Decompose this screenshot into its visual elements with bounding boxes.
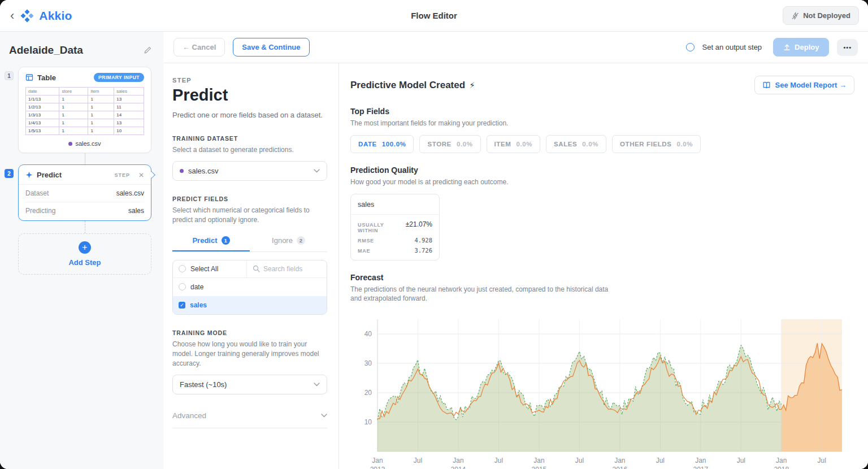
chip-value: 0.0% xyxy=(677,141,693,147)
cancel-button[interactable]: ← Cancel xyxy=(173,38,225,57)
predicting-row-value: sales xyxy=(128,207,144,215)
akkio-logo-icon[interactable] xyxy=(20,8,34,23)
predict-sparkle-icon xyxy=(25,171,33,179)
predict-step-card[interactable]: Predict STEP ✕ Dataset sales.csv Predict… xyxy=(18,164,151,221)
training-dataset-select[interactable]: sales.csv xyxy=(172,161,327,181)
preview-cell: 10 xyxy=(114,127,144,135)
training-dataset-value: sales.csv xyxy=(188,167,218,175)
svg-text:Jul: Jul xyxy=(575,457,584,464)
see-model-report-button[interactable]: See Model Report → xyxy=(754,76,854,94)
dataset-dot-icon xyxy=(68,142,72,146)
chip-name: DATE xyxy=(358,141,377,147)
tab-predict[interactable]: Predict 1 xyxy=(172,232,250,251)
field-option-date[interactable]: date xyxy=(173,278,327,296)
preview-cell: 1 xyxy=(59,95,88,103)
set-output-step-radio[interactable] xyxy=(686,43,695,51)
plus-icon: + xyxy=(79,241,91,254)
preview-cell: 1 xyxy=(88,127,114,135)
checkbox-unchecked-icon xyxy=(179,265,186,272)
results-title: Predictive Model Created ⚡ xyxy=(350,80,475,91)
back-chevron-icon[interactable]: ‹ xyxy=(9,10,15,22)
preview-row: 1/1/131113 xyxy=(26,95,144,103)
training-mode-select[interactable]: Fastest (~10s) xyxy=(172,375,327,394)
deploy-button[interactable]: Deploy xyxy=(773,38,829,57)
preview-row: 1/3/131114 xyxy=(26,111,144,119)
save-continue-button[interactable]: Save & Continue xyxy=(233,38,309,57)
report-button-label: See Model Report → xyxy=(775,81,847,89)
field-importance-chip-store[interactable]: STORE0.0% xyxy=(419,135,480,153)
svg-text:10: 10 xyxy=(364,418,372,426)
quality-card: sales USUALLY WITHIN ±21.07% RMSE 4.928 … xyxy=(350,194,440,260)
set-output-step-label[interactable]: Set an output step xyxy=(702,43,762,51)
preview-cell: 1 xyxy=(88,95,114,103)
chip-name: ITEM xyxy=(494,141,511,147)
prediction-quality-hint: How good your model is at predicting eac… xyxy=(350,177,854,187)
search-fields-input[interactable] xyxy=(263,265,321,273)
preview-col-header: store xyxy=(59,88,88,95)
svg-text:Jul: Jul xyxy=(494,457,503,464)
preview-cell: 14 xyxy=(114,111,144,119)
training-mode-value: Fastest (~10s) xyxy=(180,380,227,389)
checkbox-unchecked-icon[interactable] xyxy=(179,283,186,290)
svg-text:20: 20 xyxy=(364,389,372,397)
book-icon xyxy=(762,81,771,89)
select-all-checkbox[interactable]: Select All xyxy=(173,260,246,277)
field-importance-chip-item[interactable]: ITEM0.0% xyxy=(487,135,541,153)
edit-flow-name-icon[interactable] xyxy=(143,46,152,55)
add-step-button[interactable]: + Add Step xyxy=(18,233,151,275)
table-step-card[interactable]: Table PRIMARY INPUT datestoreitemsales1/… xyxy=(18,67,151,153)
primary-input-badge: PRIMARY INPUT xyxy=(94,73,144,82)
svg-text:30: 30 xyxy=(364,359,372,367)
training-dataset-hint: Select a dataset to generate predictions… xyxy=(172,145,327,155)
forecast-chart-svg: 10203040Jan2013JulJan2014JulJan2015JulJa… xyxy=(350,311,854,469)
step-number-badge-1: 1 xyxy=(5,71,14,80)
chip-value: 0.0% xyxy=(582,141,598,147)
step-description: Predict one or more fields based on a da… xyxy=(172,110,327,120)
preview-cell: 1 xyxy=(59,127,88,135)
flow-name: Adelaide_Data xyxy=(9,44,83,57)
field-importance-chip-sales[interactable]: SALES0.0% xyxy=(546,135,606,153)
field-option-sales[interactable]: ✓sales xyxy=(173,296,327,314)
dataset-file-label: sales.csv xyxy=(25,140,144,147)
deploy-label: Deploy xyxy=(795,43,819,51)
step-eyebrow: STEP xyxy=(172,77,327,84)
svg-text:Jan: Jan xyxy=(776,457,787,464)
predict-fields-hint: Select which numerical or categorical fi… xyxy=(172,206,327,225)
tab-ignore[interactable]: Ignore 2 xyxy=(250,232,327,251)
predict-fields-label: PREDICT FIELDS xyxy=(172,196,327,202)
predict-step-title: Predict xyxy=(37,171,62,179)
svg-text:Jan: Jan xyxy=(695,457,706,464)
svg-text:2014: 2014 xyxy=(451,466,466,469)
usually-within-value: ±21.07% xyxy=(406,220,432,228)
preview-cell: 1/2/13 xyxy=(26,103,59,111)
forecast-title: Forecast xyxy=(350,273,854,282)
fields-box: Select All xyxy=(172,260,327,315)
flow-toolbar: ← Cancel Save & Continue Set an output s… xyxy=(163,32,868,63)
top-fields-title: Top Fields xyxy=(350,107,854,116)
chip-name: STORE xyxy=(427,141,451,147)
top-fields-chips: DATE100.0%STORE0.0%ITEM0.0%SALES0.0%OTHE… xyxy=(350,135,854,153)
advanced-toggle[interactable]: Advanced xyxy=(172,411,327,428)
step-connector-dashed xyxy=(18,221,151,233)
preview-cell: 13 xyxy=(114,95,144,103)
preview-cell: 1 xyxy=(59,103,88,111)
quality-field-name: sales xyxy=(358,201,432,209)
field-importance-chip-other-fields[interactable]: OTHER FIELDS0.0% xyxy=(612,135,701,153)
search-icon xyxy=(253,265,260,272)
lightning-icon: ⚡ xyxy=(469,80,475,90)
preview-cell: 1/3/13 xyxy=(26,111,59,119)
not-deployed-button[interactable]: Not Deployed xyxy=(783,6,859,25)
usually-within-label: USUALLY WITHIN xyxy=(358,222,406,233)
more-options-button[interactable]: ••• xyxy=(837,39,858,56)
checkbox-checked-icon[interactable]: ✓ xyxy=(179,302,185,309)
add-step-label: Add Step xyxy=(68,258,101,267)
select-all-label: Select All xyxy=(190,265,218,273)
remove-step-icon[interactable]: ✕ xyxy=(138,171,144,179)
field-importance-chip-date[interactable]: DATE100.0% xyxy=(350,135,414,153)
deploy-status-label: Not Deployed xyxy=(803,11,850,20)
flow-sidebar: Adelaide_Data 1 xyxy=(0,32,163,469)
app-window: ‹ Akkio Flow Editor Not Deployed xyxy=(0,0,868,469)
card-notch xyxy=(148,171,155,179)
preview-col-header: date xyxy=(26,88,59,95)
model-results-panel: Predictive Model Created ⚡ See Model Rep… xyxy=(339,63,868,469)
